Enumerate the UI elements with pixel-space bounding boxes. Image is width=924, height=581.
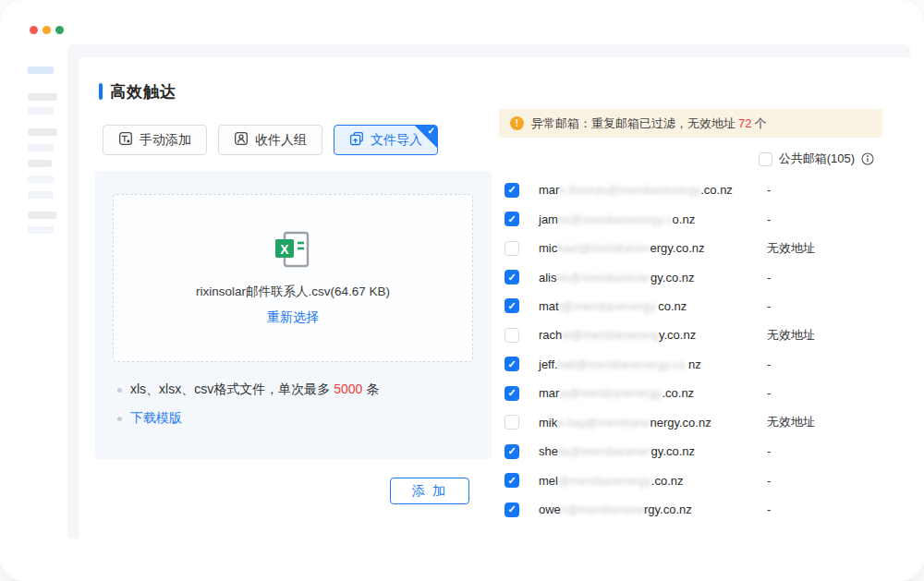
email-status: - — [767, 212, 771, 226]
email-row: ✓ mel@meridianenergy.co.nz - — [499, 466, 887, 494]
email-status: - — [767, 299, 771, 313]
excel-file-icon: X — [114, 228, 472, 274]
email-row: ✓ james@meridianenergy.co.nz - — [499, 204, 887, 233]
window-controls — [30, 26, 64, 34]
email-status: - — [767, 474, 771, 488]
email-status: - — [767, 271, 771, 284]
email-address: maria@meridianenergy.co.nz — [539, 386, 694, 400]
tab-label: 收件人组 — [255, 132, 307, 149]
sidebar-skeleton-bar — [28, 128, 57, 136]
email-status: 无效地址 — [767, 327, 815, 344]
masked-segment: ia@meridianenergy — [559, 387, 662, 400]
row-checkbox[interactable]: ✓ — [505, 183, 519, 198]
add-button[interactable]: 添 加 — [390, 478, 469, 504]
manual-add-icon — [118, 131, 133, 149]
invalid-count: 72 — [736, 116, 754, 130]
email-list: ✓ mark.thomas@meridianenergy.co.nz - ✓ j… — [499, 176, 887, 524]
email-address: jeff.hall@meridianenergy.co nz — [539, 357, 701, 371]
row-checkbox[interactable]: ✓ — [505, 357, 519, 371]
masked-segment: k.thomas@meridianenergy — [559, 184, 700, 197]
masked-segment: e.hay@meridiane — [557, 417, 650, 430]
sidebar-skeleton-bar — [28, 226, 54, 234]
file-dropzone[interactable]: X rixinsolar邮件联系人.csv(64.67 KB) 重新选择 — [113, 194, 473, 362]
tab-file-import[interactable]: 文件导入 ✓ — [334, 125, 438, 155]
close-window-button[interactable] — [30, 26, 38, 34]
public-mailbox-row: ✓ 公共邮箱(105) — [759, 151, 874, 167]
sidebar-skeleton-bar — [28, 176, 54, 183]
email-status: 无效地址 — [767, 414, 815, 430]
recipient-group-icon — [234, 131, 249, 149]
masked-segment: on@meridianener — [557, 272, 651, 284]
masked-segment: t@meridianenergy. — [559, 300, 658, 313]
content-panel: 高效触达 手动添加 ✓ 收件人组 ✓ 文件导入 ✓ — [67, 44, 910, 539]
sidebar-skeleton-bar — [28, 212, 56, 219]
bullet-icon — [117, 388, 122, 393]
svg-text:X: X — [280, 242, 289, 257]
masked-segment: hall@meridianenergy.co — [558, 358, 688, 371]
email-row: ✓ rachel@meridianenergy.co.nz 无效地址 — [499, 321, 887, 349]
email-status: - — [767, 502, 771, 516]
email-row: ✓ jeff.hall@meridianenergy.co nz - — [499, 350, 887, 379]
tab-check-icon: ✓ — [428, 126, 435, 136]
row-checkbox[interactable]: ✓ — [505, 386, 519, 401]
minimize-window-button[interactable] — [43, 26, 51, 34]
email-status: - — [767, 183, 771, 197]
sidebar-skeleton-bar — [28, 107, 54, 115]
page-title: 高效触达 — [110, 81, 176, 103]
title-accent-bar — [99, 83, 103, 100]
tab-label: 手动添加 — [140, 132, 191, 149]
tab-manual-add[interactable]: 手动添加 ✓ — [103, 125, 207, 155]
email-address: james@meridianenergy.co.nz — [539, 212, 695, 226]
row-checkbox[interactable]: ✓ — [505, 270, 519, 284]
email-row: ✓ maria@meridianenergy.co.nz - — [499, 379, 887, 407]
row-checkbox[interactable]: ✓ — [505, 444, 519, 459]
masked-segment: n@meridianene — [561, 503, 644, 516]
sidebar-skeleton-bar — [28, 67, 54, 74]
masked-segment: ila@meridianener — [558, 445, 651, 458]
app-window: 高效触达 手动添加 ✓ 收件人组 ✓ 文件导入 ✓ — [0, 0, 924, 581]
masked-segment: @meridianenergy — [558, 475, 651, 488]
row-checkbox[interactable]: ✓ — [505, 328, 519, 343]
email-row: ✓ mike.hay@meridianenergy.co.nz 无效地址 — [499, 408, 887, 437]
info-icon[interactable] — [861, 152, 874, 165]
row-checkbox[interactable]: ✓ — [505, 298, 519, 313]
sidebar-skeleton-bar — [28, 160, 52, 167]
public-mailbox-label: 公共邮箱(105) — [779, 151, 855, 167]
row-checkbox[interactable]: ✓ — [505, 241, 519, 256]
sidebar-skeleton-bar — [28, 144, 54, 151]
email-address: rachel@meridianenergy.co.nz — [539, 328, 696, 342]
tab-recipient-group[interactable]: 收件人组 ✓ — [218, 125, 322, 155]
masked-segment: el@meridianenerg — [562, 329, 659, 342]
row-checkbox[interactable]: ✓ — [505, 502, 519, 517]
sidebar-skeleton-bar — [28, 93, 57, 101]
download-template-link[interactable]: 下载模版 — [130, 410, 182, 427]
file-upload-panel: X rixinsolar邮件联系人.csv(64.67 KB) 重新选择 xls… — [95, 171, 492, 459]
maximize-window-button[interactable] — [55, 26, 64, 34]
warning-banner: ! 异常邮箱：重复邮箱已过滤，无效地址72个 — [499, 109, 882, 138]
row-checkbox[interactable]: ✓ — [505, 473, 519, 488]
email-address: owen@meridianenergy.co.nz — [539, 502, 692, 516]
content-card: 高效触达 手动添加 ✓ 收件人组 ✓ 文件导入 ✓ — [79, 57, 910, 539]
reselect-file-link[interactable]: 重新选择 — [114, 309, 472, 326]
email-status: - — [767, 386, 771, 400]
uploaded-file-name: rixinsolar邮件联系人.csv(64.67 KB) — [114, 284, 472, 300]
file-import-icon — [349, 131, 364, 149]
email-row: ✓ owen@meridianenergy.co.nz - — [499, 495, 887, 524]
warning-text: 异常邮箱：重复邮箱已过滤，无效地址72个 — [531, 115, 766, 132]
row-checkbox[interactable]: ✓ — [505, 415, 519, 430]
email-address: mark.thomas@meridianenergy.co.nz — [539, 183, 733, 197]
email-address: sheila@meridianenergy.co.nz — [539, 444, 695, 458]
row-checkbox[interactable]: ✓ — [505, 212, 519, 226]
template-hint: 下载模版 — [117, 410, 182, 427]
email-row: ✓ sheila@meridianenergy.co.nz - — [499, 437, 887, 466]
public-mailbox-checkbox[interactable]: ✓ — [759, 152, 772, 166]
email-row: ✓ alison@meridianenergy.co.nz - — [499, 262, 887, 291]
masked-segment: hael@meridianen — [557, 242, 650, 255]
email-row: ✓ mark.thomas@meridianenergy.co.nz - — [499, 176, 887, 204]
email-address: mel@meridianenergy.co.nz — [539, 474, 684, 488]
max-count-highlight: 5000 — [334, 381, 362, 396]
email-status: 无效地址 — [767, 240, 815, 257]
email-address: michael@meridianenergy.co.nz — [539, 241, 704, 255]
email-address: alison@meridianenergy.co.nz — [539, 271, 695, 284]
warning-icon: ! — [510, 116, 524, 130]
